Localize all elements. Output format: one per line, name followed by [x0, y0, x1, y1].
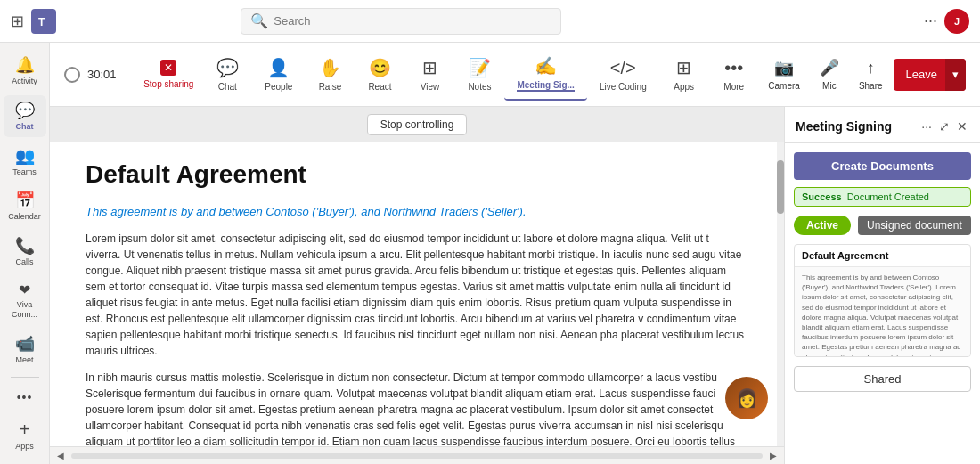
toolbar-tools: ✕ Stop sharing 💬 Chat 👤 People ✋ Raise 😊: [135, 48, 760, 101]
more-icon: •••: [17, 390, 33, 404]
raise-button[interactable]: ✋ Raise: [305, 50, 355, 99]
doc-scrollbar-thumb[interactable]: [777, 160, 784, 214]
avatar[interactable]: J: [944, 9, 969, 34]
people-label: People: [265, 82, 292, 92]
leave-dropdown-arrow[interactable]: ▾: [944, 59, 966, 91]
sidebar-item-more[interactable]: •••: [4, 385, 46, 410]
calendar-icon: 📅: [15, 191, 35, 210]
camera-icon: 📷: [774, 58, 794, 77]
svg-text:T: T: [38, 16, 45, 28]
sidebar-item-apps[interactable]: + Apps: [4, 414, 46, 457]
grid-icon[interactable]: ⊞: [11, 12, 24, 31]
success-bar: Success Document Created: [794, 187, 971, 207]
timer-circle: [64, 67, 80, 83]
meeting-sig-button[interactable]: ✍ Meeting Sig...: [504, 48, 586, 101]
signing-close-icon[interactable]: ✕: [955, 118, 969, 135]
apps-toolbar-label: Apps: [674, 82, 694, 92]
top-bar: ⊞ T 🔍 ··· J: [0, 0, 980, 43]
leave-button[interactable]: Leave ▾: [894, 59, 966, 91]
sidebar-item-meet[interactable]: 📹 Meet: [4, 329, 46, 370]
calls-icon: 📞: [15, 236, 35, 256]
top-bar-right: ··· J: [924, 9, 969, 34]
timer-display: 30:01: [87, 68, 117, 81]
sidebar: 🔔 Activity 💬 Chat 👥 Teams 📅 Calendar 📞 C…: [0, 43, 50, 464]
preview-title: Default Agreement: [795, 245, 970, 267]
search-input[interactable]: [274, 14, 551, 28]
chat-toolbar-icon: 💬: [216, 57, 239, 78]
signing-header-icons: ··· ⤢ ✕: [919, 118, 969, 135]
signing-panel-body: Create Documents Success Document Create…: [785, 143, 980, 464]
right-toolbar: 📷 Camera 🎤 Mic ↑ Share Leave ▾: [759, 53, 966, 96]
live-coding-button[interactable]: </> Live Coding: [587, 51, 659, 99]
people-icon: 👤: [267, 57, 290, 78]
document-title: Default Agreement: [86, 160, 747, 189]
sidebar-label-viva: Viva Conn...: [7, 300, 43, 320]
doc-scrollbar[interactable]: [777, 142, 784, 446]
sidebar-item-viva[interactable]: ❤ Viva Conn...: [4, 276, 46, 325]
people-button[interactable]: 👤 People: [252, 50, 305, 99]
sidebar-item-calendar[interactable]: 📅 Calendar: [4, 185, 46, 227]
apps-button[interactable]: ⊞ Apps: [659, 50, 709, 99]
mic-icon: 🎤: [820, 58, 839, 77]
sidebar-item-teams[interactable]: 👥 Teams: [4, 141, 46, 183]
chat-icon: 💬: [15, 101, 35, 120]
document-subtitle: This agreement is by and between Contoso…: [86, 205, 747, 218]
live-coding-icon: </>: [610, 58, 636, 78]
unsigned-document-badge: Unsigned document: [858, 216, 971, 235]
sidebar-item-calls[interactable]: 📞 Calls: [4, 231, 46, 273]
view-icon: ⊞: [422, 57, 437, 78]
create-documents-button[interactable]: Create Documents: [794, 152, 971, 180]
meeting-sig-label: Meeting Sig...: [517, 80, 574, 92]
stop-sharing-icon: ✕: [160, 60, 176, 76]
preview-body: This agreement is by and between Contoso…: [795, 267, 970, 356]
view-button[interactable]: ⊞ View: [404, 50, 454, 99]
signing-expand-icon[interactable]: ⤢: [937, 118, 951, 135]
stop-sharing-button[interactable]: ✕ Stop sharing: [135, 53, 202, 96]
view-label: View: [421, 82, 440, 92]
share-label: Share: [859, 81, 883, 91]
react-button[interactable]: 😊 React: [355, 50, 404, 99]
sidebar-label-calendar: Calendar: [8, 212, 41, 222]
participant-avatar: 👩: [723, 375, 770, 421]
horizontal-scrollbar[interactable]: [71, 453, 763, 459]
chat-button[interactable]: 💬 Chat: [202, 50, 252, 99]
sidebar-label-meet: Meet: [15, 355, 33, 365]
document-panel: Stop controlling Default Agreement This …: [50, 107, 784, 464]
meet-icon: 📹: [15, 334, 35, 354]
document-body: Lorem ipsum dolor sit amet, consectetur …: [86, 231, 747, 446]
signing-panel: Meeting Signing ··· ⤢ ✕ Create Documents…: [784, 107, 980, 464]
doc-bottom-bar: ◀ ▶: [50, 446, 784, 464]
notes-label: Notes: [468, 82, 491, 92]
stop-controlling-button[interactable]: Stop controlling: [367, 114, 468, 135]
more-toolbar-button[interactable]: ••• More: [709, 51, 759, 99]
share-button[interactable]: ↑ Share: [850, 53, 892, 96]
raise-icon: ✋: [319, 57, 341, 78]
search-bar[interactable]: 🔍: [241, 8, 561, 35]
mic-button[interactable]: 🎤 Mic: [811, 53, 848, 96]
scroll-right-arrow[interactable]: ▶: [770, 451, 777, 460]
camera-button[interactable]: 📷 Camera: [759, 53, 809, 96]
active-badge[interactable]: Active: [794, 216, 851, 235]
react-icon: 😊: [369, 57, 391, 78]
sidebar-divider: [11, 377, 39, 378]
more-toolbar-icon: •••: [724, 58, 743, 78]
sidebar-label-chat: Chat: [16, 122, 34, 132]
sidebar-item-chat[interactable]: 💬 Chat: [4, 95, 46, 137]
signing-more-icon[interactable]: ···: [919, 118, 934, 135]
sidebar-label-calls: Calls: [15, 257, 33, 267]
notes-button[interactable]: 📝 Notes: [454, 50, 504, 99]
content-area: Stop controlling Default Agreement This …: [50, 107, 980, 464]
apps-add-icon: +: [20, 419, 30, 440]
more-toolbar-label: More: [723, 82, 744, 92]
participant-avatar-placeholder: 👩: [725, 377, 768, 419]
document-preview-card: Default Agreement This agreement is by a…: [794, 244, 971, 357]
sidebar-label-activity: Activity: [12, 77, 37, 86]
scroll-left-arrow[interactable]: ◀: [57, 451, 64, 460]
stop-sharing-label: Stop sharing: [143, 79, 193, 89]
shared-button[interactable]: Shared: [794, 366, 971, 392]
more-icon[interactable]: ···: [924, 12, 937, 30]
meeting-toolbar: 30:01 ✕ Stop sharing 💬 Chat 👤 People ✋ R: [50, 43, 980, 107]
sidebar-item-activity[interactable]: 🔔 Activity: [4, 50, 46, 92]
activity-icon: 🔔: [15, 55, 35, 75]
sidebar-label-teams: Teams: [12, 167, 37, 177]
